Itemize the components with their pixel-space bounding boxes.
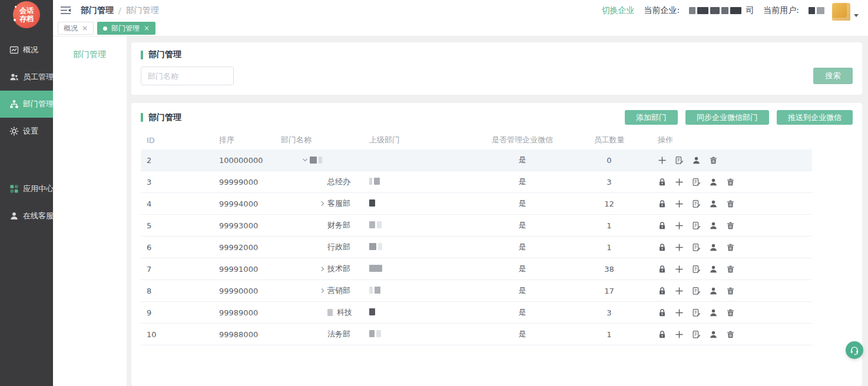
action-trash-icon[interactable] (726, 243, 735, 252)
action-lock-icon[interactable] (658, 330, 667, 339)
action-lock-icon[interactable] (658, 308, 667, 317)
sidebar-item-online-support[interactable]: 在线客服 (0, 202, 53, 229)
tab-close-icon[interactable]: × (144, 24, 150, 32)
cell-employee-count: 1 (572, 243, 646, 252)
sidebar-item-app-center[interactable]: 应用中心 (0, 175, 53, 202)
subnav-item-department-management[interactable]: 部门管理 (73, 49, 127, 60)
tree-expand-icon[interactable] (318, 287, 327, 294)
action-person-icon[interactable] (709, 330, 718, 339)
cell-employee-count: 3 (572, 308, 646, 317)
action-trash-icon[interactable] (709, 156, 718, 165)
table-card-title: 部门管理 (141, 112, 181, 123)
floating-support-button[interactable] (846, 341, 863, 359)
breadcrumb-item-first[interactable]: 部门管理 (81, 5, 114, 16)
action-person-icon[interactable] (709, 178, 718, 187)
cell-wechat-managed: 是 (472, 220, 572, 231)
department-name-redacted (310, 157, 324, 164)
tree-expand-icon[interactable] (318, 265, 327, 272)
action-edit-icon[interactable] (692, 287, 701, 295)
tree-collapse-icon[interactable] (300, 157, 310, 164)
cell-sort: 99988000 (213, 330, 275, 339)
action-person-icon[interactable] (709, 265, 718, 274)
action-edit-icon[interactable] (692, 330, 701, 339)
action-trash-icon[interactable] (726, 178, 735, 187)
sidebar-item-department-management[interactable]: 部门管理 (0, 91, 53, 118)
tree-expand-icon[interactable] (318, 200, 327, 207)
sidebar-collapse-icon[interactable] (60, 6, 71, 15)
action-person-icon[interactable] (709, 243, 718, 252)
cell-employee-count: 1 (572, 221, 646, 230)
department-name-text: 技术部 (327, 264, 350, 274)
action-plus-icon[interactable] (675, 287, 684, 295)
action-trash-icon[interactable] (726, 287, 735, 295)
sync-wechat-departments-button[interactable]: 同步企业微信部门 (685, 110, 769, 125)
tab-department-management[interactable]: 部门管理× (97, 22, 155, 35)
action-edit-icon[interactable] (675, 156, 684, 165)
action-person-icon[interactable] (709, 308, 718, 317)
cell-wechat-managed: 是 (472, 329, 572, 340)
action-lock-icon[interactable] (658, 265, 667, 274)
sidebar-item-employee-management[interactable]: 员工管理 (0, 64, 53, 91)
cell-wechat-managed: 是 (472, 285, 572, 296)
breadcrumb: 部门管理 / 部门管理 (81, 5, 159, 16)
push-to-wechat-button[interactable]: 推送到企业微信 (777, 110, 853, 125)
action-lock-icon[interactable] (658, 243, 667, 252)
action-trash-icon[interactable] (726, 308, 735, 317)
action-edit-icon[interactable] (692, 221, 701, 230)
action-trash-icon[interactable] (726, 330, 735, 339)
users-icon (9, 72, 19, 82)
sidebar-item-overview[interactable]: 概况 (0, 36, 53, 64)
sidebar-item-settings[interactable]: 设置 (0, 118, 53, 145)
column-header: 部门名称 (275, 135, 363, 145)
action-lock-icon[interactable] (658, 178, 667, 187)
current-enterprise-suffix: 司 (746, 5, 754, 16)
user-menu-caret-icon[interactable] (854, 14, 859, 17)
action-trash-icon[interactable] (726, 221, 735, 230)
column-header: ID (141, 136, 213, 145)
add-department-button[interactable]: 添加部门 (625, 110, 678, 125)
breadcrumb-item-current: 部门管理 (126, 5, 159, 16)
action-lock-icon[interactable] (658, 199, 667, 208)
action-person-icon[interactable] (692, 156, 701, 165)
current-user-name-redacted (809, 7, 826, 14)
tab-overview[interactable]: 概况× (58, 22, 94, 35)
cell-actions (646, 156, 812, 165)
action-person-icon[interactable] (709, 287, 718, 295)
table-header-row: ID排序部门名称上级部门是否管理企业微信员工数量操作 (141, 131, 812, 149)
parent-department-redacted (369, 330, 383, 337)
action-plus-icon[interactable] (658, 156, 667, 165)
parent-department-redacted (369, 308, 377, 315)
action-plus-icon[interactable] (675, 308, 684, 317)
action-plus-icon[interactable] (675, 178, 684, 187)
department-name-text: 行政部 (327, 242, 350, 252)
sidebar-nav: 概况员工管理部门管理设置应用中心在线客服 (0, 36, 53, 229)
action-edit-icon[interactable] (692, 178, 701, 187)
action-plus-icon[interactable] (675, 199, 684, 208)
action-trash-icon[interactable] (726, 265, 735, 274)
action-lock-icon[interactable] (658, 287, 667, 295)
action-plus-icon[interactable] (675, 330, 684, 339)
action-lock-icon[interactable] (658, 221, 667, 230)
action-plus-icon[interactable] (675, 265, 684, 274)
department-name-input[interactable] (141, 66, 234, 85)
action-trash-icon[interactable] (726, 199, 735, 208)
cell-id: 8 (141, 287, 213, 295)
action-person-icon[interactable] (709, 199, 718, 208)
title-accent-bar (141, 51, 143, 59)
action-person-icon[interactable] (709, 221, 718, 230)
action-edit-icon[interactable] (692, 199, 701, 208)
action-edit-icon[interactable] (692, 243, 701, 252)
parent-department-redacted (369, 265, 384, 272)
search-button[interactable]: 搜索 (813, 68, 853, 84)
action-edit-icon[interactable] (692, 308, 701, 317)
active-tab-dot (103, 26, 107, 31)
action-edit-icon[interactable] (692, 265, 701, 274)
action-plus-icon[interactable] (675, 243, 684, 252)
tab-close-icon[interactable]: × (82, 24, 88, 32)
switch-enterprise-link[interactable]: 切换企业 (602, 5, 635, 16)
user-avatar[interactable] (832, 3, 850, 21)
org-icon (9, 99, 19, 109)
department-table-card: 部门管理 添加部门同步企业微信部门推送到企业微信 ID排序部门名称上级部门是否管… (131, 103, 862, 386)
action-plus-icon[interactable] (675, 221, 684, 230)
main-region: 部门管理 / 部门管理 切换企业 当前企业: 司 当前用户: 概况×部门管理× … (53, 0, 868, 386)
